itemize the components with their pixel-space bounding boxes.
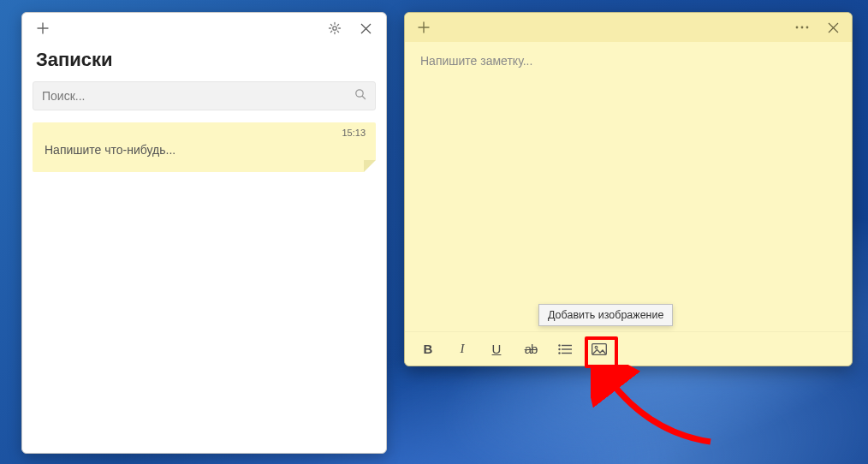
note-card[interactable]: 15:13 Напишите что-нибудь... — [33, 122, 376, 172]
add-image-button[interactable] — [583, 336, 615, 363]
svg-point-2 — [796, 27, 799, 29]
note-menu-button[interactable] — [787, 12, 817, 43]
note-editor-window: Напишите заметку... Добавить изображение… — [404, 12, 853, 366]
close-list-button[interactable] — [350, 13, 381, 44]
underline-button[interactable]: U — [480, 336, 513, 363]
note-fold-corner — [364, 160, 376, 172]
svg-rect-8 — [562, 348, 572, 349]
list-titlebar — [22, 13, 386, 44]
format-toolbar: B I U ab — [405, 331, 852, 366]
more-icon — [795, 26, 809, 29]
svg-point-7 — [558, 348, 560, 349]
app-title: Записки — [22, 44, 386, 81]
close-note-button[interactable] — [817, 12, 848, 43]
plus-icon — [37, 22, 49, 34]
bullet-list-button[interactable] — [549, 336, 581, 363]
svg-point-0 — [333, 27, 336, 30]
new-note-button-editor[interactable] — [408, 12, 439, 43]
note-body[interactable]: Напишите заметку... Добавить изображение — [405, 42, 852, 331]
search-field[interactable] — [33, 81, 376, 110]
list-icon — [558, 344, 572, 354]
note-placeholder: Напишите заметку... — [420, 54, 836, 68]
note-preview: Напишите что-нибудь... — [45, 131, 364, 157]
bold-button[interactable]: B — [412, 336, 444, 363]
svg-point-4 — [806, 27, 809, 29]
note-titlebar — [405, 13, 852, 42]
note-timestamp: 15:13 — [342, 128, 366, 138]
svg-point-5 — [558, 344, 560, 346]
notes-list-window: Записки 15:13 Напишите что-нибудь... — [21, 12, 387, 454]
tooltip-add-image: Добавить изображение — [538, 304, 673, 326]
gear-icon — [328, 21, 342, 35]
italic-button[interactable]: I — [446, 336, 479, 363]
search-icon — [354, 88, 366, 104]
new-note-button[interactable] — [27, 13, 58, 44]
svg-rect-10 — [562, 352, 572, 353]
search-input[interactable] — [42, 89, 354, 103]
image-icon — [592, 343, 607, 355]
close-icon — [828, 22, 839, 33]
strikethrough-button[interactable]: ab — [514, 336, 547, 363]
close-icon — [360, 23, 372, 34]
svg-rect-6 — [562, 344, 572, 345]
svg-point-3 — [801, 27, 804, 29]
svg-point-12 — [595, 346, 597, 348]
plus-icon — [418, 21, 430, 33]
settings-button[interactable] — [319, 13, 350, 44]
svg-point-9 — [558, 352, 560, 354]
